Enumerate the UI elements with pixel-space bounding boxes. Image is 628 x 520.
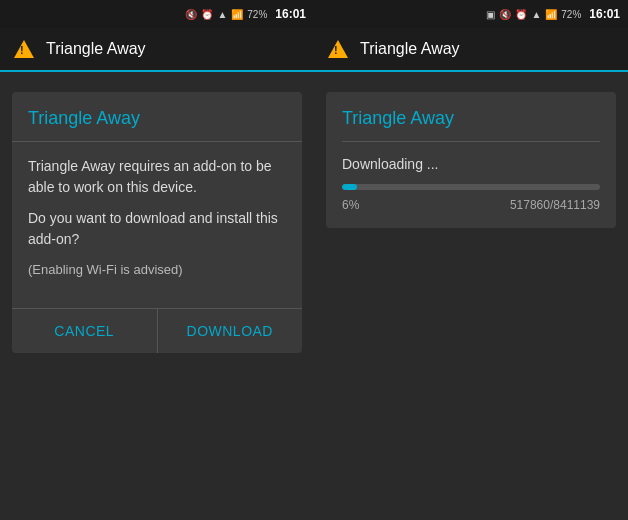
battery-right: 72% — [561, 9, 581, 20]
cancel-button[interactable]: Cancel — [12, 309, 158, 353]
status-icons-left: 🔇 ⏰ ▲ 📶 72% 16:01 — [185, 7, 306, 21]
dialog-buttons: Cancel Download — [12, 308, 302, 353]
progress-bytes: 517860/8411139 — [510, 198, 600, 212]
signal-icon: 📶 — [231, 9, 243, 20]
time-left: 16:01 — [275, 7, 306, 21]
mute-icon: 🔇 — [185, 9, 197, 20]
status-bar-left: 🔇 ⏰ ▲ 📶 72% 16:01 — [0, 0, 314, 28]
warning-triangle-left — [14, 40, 34, 58]
download-card-title: Triangle Away — [342, 108, 600, 142]
warning-triangle-right — [328, 40, 348, 58]
dialog-body: Triangle Away requires an add-on to be a… — [12, 142, 302, 304]
time-right: 16:01 — [589, 7, 620, 21]
title-bar-left: Triangle Away — [0, 28, 314, 72]
dialog-message1: Triangle Away requires an add-on to be a… — [28, 156, 286, 198]
progress-bar-container — [342, 184, 600, 190]
app-icon-right — [326, 37, 350, 61]
progress-bar-fill — [342, 184, 357, 190]
signal-icon-right: 📶 — [545, 9, 557, 20]
left-phone-screen: 🔇 ⏰ ▲ 📶 72% 16:01 Triangle Away AndroidP… — [0, 0, 314, 520]
download-card: Triangle Away Downloading ... 6% 517860/… — [326, 92, 616, 228]
content-area-left: AndroidPIT Triangle Away Triangle Away r… — [0, 72, 314, 520]
title-bar-right: Triangle Away — [314, 28, 628, 72]
download-status-text: Downloading ... — [342, 156, 600, 172]
dialog-box: Triangle Away Triangle Away requires an … — [12, 92, 302, 353]
battery-left: 72% — [247, 9, 267, 20]
mute-icon-right: 🔇 — [499, 9, 511, 20]
progress-percent: 6% — [342, 198, 359, 212]
app-title-right: Triangle Away — [360, 40, 460, 58]
content-area-right: Triangle Away Downloading ... 6% 517860/… — [314, 72, 628, 520]
progress-info: 6% 517860/8411139 — [342, 198, 600, 212]
dialog-message3: (Enabling Wi-Fi is advised) — [28, 260, 286, 280]
app-title-left: Triangle Away — [46, 40, 146, 58]
wifi-icon: ▲ — [217, 9, 227, 20]
download-button[interactable]: Download — [158, 309, 303, 353]
dialog-message2: Do you want to download and install this… — [28, 208, 286, 250]
app-icon-left — [12, 37, 36, 61]
screenshot-icon: ▣ — [486, 9, 495, 20]
alarm-icon-right: ⏰ — [515, 9, 527, 20]
wifi-icon-right: ▲ — [531, 9, 541, 20]
alarm-icon: ⏰ — [201, 9, 213, 20]
dialog-title: Triangle Away — [12, 92, 302, 142]
right-phone-screen: ▣ 🔇 ⏰ ▲ 📶 72% 16:01 Triangle Away Triang… — [314, 0, 628, 520]
status-bar-right: ▣ 🔇 ⏰ ▲ 📶 72% 16:01 — [314, 0, 628, 28]
status-icons-right: ▣ 🔇 ⏰ ▲ 📶 72% 16:01 — [486, 7, 620, 21]
